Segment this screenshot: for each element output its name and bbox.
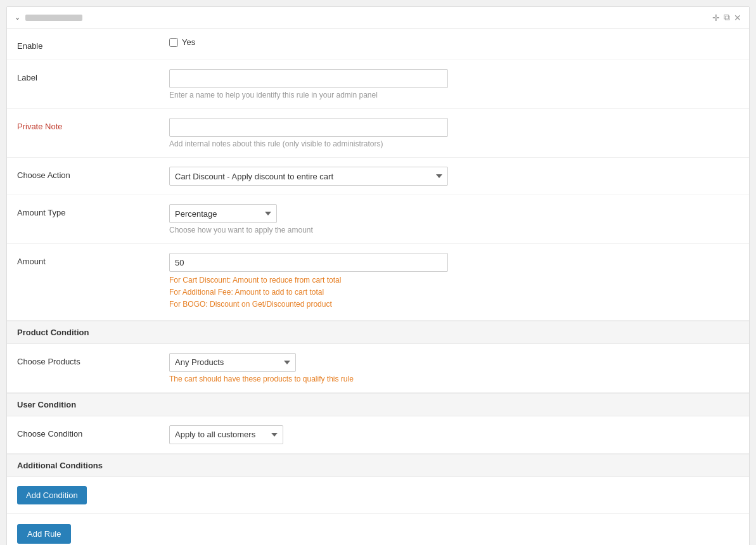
choose-products-content: Any Products Specific Products Product C… <box>169 353 739 383</box>
choose-products-label: Choose Products <box>17 353 169 366</box>
page-wrapper: ⌄ ✛ ⧉ ✕ Enable Yes Label <box>0 0 756 545</box>
panel-icons: ✛ ⧉ ✕ <box>712 12 741 23</box>
duplicate-icon[interactable]: ⧉ <box>724 12 730 23</box>
label-input[interactable] <box>169 69 448 88</box>
private-note-hint: Add internal notes about this rule (only… <box>169 139 739 148</box>
add-condition-section: Add Condition <box>7 477 749 514</box>
choose-condition-content: Apply to all customers Specific Users Us… <box>169 425 739 444</box>
choose-products-hint: The cart should have these products to q… <box>169 375 739 383</box>
enable-label: Enable <box>17 37 169 51</box>
bottom-bar: Add Rule <box>7 514 749 545</box>
user-condition-header: User Condition <box>7 393 749 416</box>
choose-products-select[interactable]: Any Products Specific Products Product C… <box>169 353 296 372</box>
private-note-input[interactable] <box>169 118 448 137</box>
private-note-row: Private Note Add internal notes about th… <box>7 109 749 158</box>
product-condition-header: Product Condition <box>7 321 749 344</box>
choose-condition-select[interactable]: Apply to all customers Specific Users Us… <box>169 425 283 444</box>
add-condition-button[interactable]: Add Condition <box>17 486 87 504</box>
move-icon[interactable]: ✛ <box>712 13 720 23</box>
choose-action-content: Cart Discount - Apply discount to entire… <box>169 167 739 186</box>
panel-title-bar <box>25 15 82 21</box>
enable-content: Yes <box>169 37 739 47</box>
panel-header: ⌄ ✛ ⧉ ✕ <box>7 7 749 29</box>
amount-type-select[interactable]: Percentage Fixed <box>169 204 277 223</box>
additional-conditions-header: Additional Conditions <box>7 454 749 477</box>
product-condition-title: Product Condition <box>17 328 89 337</box>
amount-type-content: Percentage Fixed Choose how you want to … <box>169 204 739 234</box>
close-icon[interactable]: ✕ <box>734 13 741 23</box>
amount-type-row: Amount Type Percentage Fixed Choose how … <box>7 195 749 244</box>
choose-action-row: Choose Action Cart Discount - Apply disc… <box>7 158 749 195</box>
user-condition-title: User Condition <box>17 400 76 409</box>
private-note-content: Add internal notes about this rule (only… <box>169 118 739 148</box>
amount-hint-1: For Cart Discount: Amount to reduce from… <box>169 274 739 286</box>
enable-checkbox-group: Yes <box>169 37 739 47</box>
amount-input[interactable] <box>169 253 448 272</box>
amount-label: Amount <box>17 253 169 266</box>
amount-type-label: Amount Type <box>17 204 169 217</box>
choose-products-row: Choose Products Any Products Specific Pr… <box>7 344 749 393</box>
add-rule-button[interactable]: Add Rule <box>17 524 71 544</box>
chevron-down-icon[interactable]: ⌄ <box>15 13 20 22</box>
private-note-label: Private Note <box>17 118 169 131</box>
label-content: Enter a name to help you identify this r… <box>169 69 739 99</box>
additional-conditions-title: Additional Conditions <box>17 461 103 470</box>
yes-label: Yes <box>182 37 195 47</box>
choose-action-select[interactable]: Cart Discount - Apply discount to entire… <box>169 167 448 186</box>
amount-row: Amount For Cart Discount: Amount to redu… <box>7 244 749 321</box>
amount-type-hint: Choose how you want to apply the amount <box>169 226 739 234</box>
main-panel: ⌄ ✛ ⧉ ✕ Enable Yes Label <box>6 6 750 545</box>
label-hint: Enter a name to help you identify this r… <box>169 91 739 99</box>
choose-action-label: Choose Action <box>17 167 169 180</box>
amount-hint-3: For BOGO: Discount on Get/Discounted pro… <box>169 298 739 311</box>
label-field-label: Label <box>17 69 169 82</box>
amount-hints: For Cart Discount: Amount to reduce from… <box>169 274 739 311</box>
panel-header-left: ⌄ <box>15 13 82 22</box>
enable-checkbox[interactable] <box>169 38 178 47</box>
enable-row: Enable Yes <box>7 29 749 60</box>
label-row: Label Enter a name to help you identify … <box>7 60 749 109</box>
amount-content: For Cart Discount: Amount to reduce from… <box>169 253 739 311</box>
choose-condition-label: Choose Condition <box>17 425 169 439</box>
amount-hint-2: For Additional Fee: Amount to add to car… <box>169 286 739 298</box>
choose-condition-row: Choose Condition Apply to all customers … <box>7 416 749 454</box>
